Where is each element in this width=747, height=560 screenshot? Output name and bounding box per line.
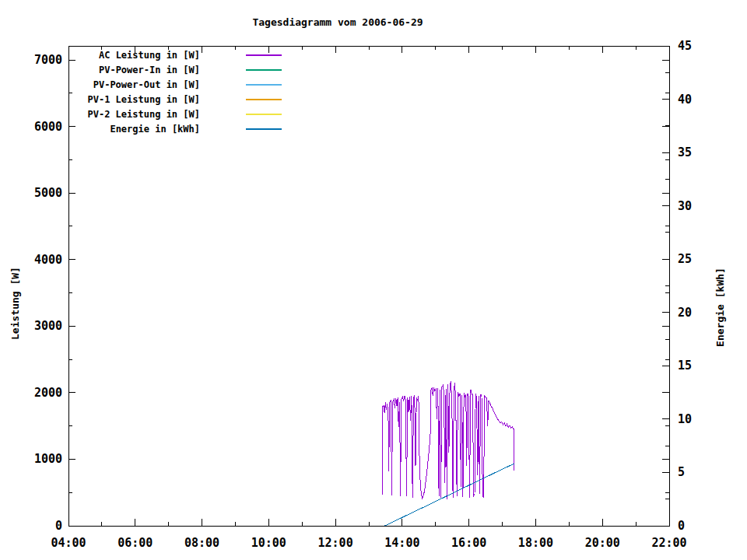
y-left-tick-label: 0 [55, 519, 62, 533]
daily-pv-chart: 04:0006:0008:0010:0012:0014:0016:0018:00… [0, 0, 747, 560]
y-left-tick-label: 5000 [34, 186, 62, 200]
y-right-tick-label: 15 [678, 359, 692, 373]
x-tick-label: 08:00 [184, 536, 219, 550]
legend-item-swatch [246, 69, 282, 71]
x-tick-label: 10:00 [251, 536, 286, 550]
legend-item-swatch [246, 84, 282, 86]
x-tick-label: 06:00 [117, 536, 153, 550]
y-left-tick-label: 2000 [34, 386, 62, 400]
y-left-tick-label: 4000 [34, 253, 62, 267]
y-left-tick-label: 3000 [34, 319, 62, 333]
y-right-tick-label: 35 [678, 145, 692, 159]
legend-item-label: PV-Power-Out in [W] [31, 79, 200, 91]
legend-item-swatch [246, 54, 282, 56]
chart-title: Tagesdiagramm vom 2006-06-29 [0, 16, 675, 28]
y-right-tick-label: 10 [678, 412, 692, 426]
legend-item-swatch [246, 99, 282, 100]
x-tick-label: 14:00 [384, 536, 419, 550]
series-line-0 [382, 382, 514, 499]
x-tick-label: 20:00 [585, 536, 620, 550]
y-right-tick-label: 45 [678, 39, 692, 53]
legend-item: PV-Power-Out in [W] [0, 79, 327, 91]
y-right-tick-label: 25 [678, 252, 692, 266]
x-tick-label: 16:00 [451, 536, 486, 550]
y-left-tick-label: 1000 [34, 452, 62, 466]
legend-item: Energie in [kWh] [0, 123, 327, 135]
legend-item-swatch [246, 128, 282, 130]
y-right-tick-label: 5 [678, 465, 685, 479]
y-right-tick-label: 20 [678, 306, 692, 320]
x-tick-label: 18:00 [518, 536, 553, 550]
legend-item: PV-2 Leistung in [W] [0, 108, 327, 121]
y-axis-label-right: Energie [kWh] [714, 229, 727, 385]
y-right-tick-label: 0 [678, 519, 685, 533]
legend-item: PV-Power-In in [W] [0, 64, 327, 76]
legend-item-label: PV-Power-In in [W] [31, 64, 200, 76]
y-right-tick-label: 40 [678, 93, 692, 107]
legend-item: PV-1 Leistung in [W] [0, 93, 327, 106]
legend-item-swatch [246, 114, 282, 115]
y-right-tick-label: 30 [678, 199, 692, 213]
legend-item-label: Energie in [kWh] [31, 123, 200, 135]
x-tick-label: 12:00 [318, 536, 353, 550]
x-tick-label: 22:00 [651, 536, 686, 550]
x-tick-label: 04:00 [51, 536, 86, 550]
legend-item-label: PV-2 Leistung in [W] [31, 108, 200, 121]
y-axis-label-left: Leistung [W] [9, 226, 22, 381]
legend-item-label: AC Leistung in [W] [31, 49, 200, 61]
legend-item: AC Leistung in [W] [0, 49, 327, 61]
legend-item-label: PV-1 Leistung in [W] [31, 93, 200, 106]
series-line-5 [385, 464, 514, 526]
